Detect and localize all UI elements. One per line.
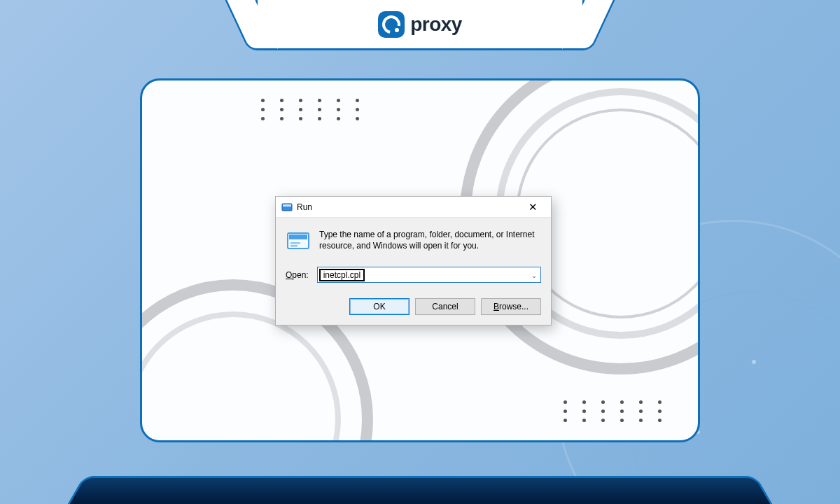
run-program-icon [286,229,311,254]
brand-name: proxy [410,13,462,36]
close-icon: ✕ [528,201,538,214]
dialog-titlebar[interactable]: Run ✕ [276,197,551,218]
brand: proxy [378,11,462,38]
brand-logo-icon [378,11,405,38]
open-combobox[interactable]: inetcpl.cpl ⌄ [317,267,541,283]
screenshot-frame: Run ✕ Type the name of a program, folder… [140,78,700,442]
ok-button[interactable]: OK [349,298,410,315]
dialog-description: Type the name of a program, folder, docu… [319,229,541,254]
chevron-down-icon: ⌄ [531,271,537,279]
bg-node-icon [752,360,756,364]
close-button[interactable]: ✕ [519,197,547,217]
decorative-dots-icon [564,400,662,422]
dialog-body: Type the name of a program, folder, docu… [276,218,551,325]
open-input-value: inetcpl.cpl [319,269,365,281]
svg-rect-5 [290,245,298,247]
dialog-button-row: OK Cancel Browse... [286,298,541,315]
browse-button[interactable]: Browse... [481,298,541,315]
run-dialog: Run ✕ Type the name of a program, folder… [275,196,552,326]
brand-banner: proxy [255,0,584,50]
svg-rect-4 [290,242,300,244]
decorative-dots-icon [261,99,359,120]
svg-rect-1 [283,204,291,206]
footer-banner [98,476,742,504]
cancel-button[interactable]: Cancel [415,298,475,315]
run-titlebar-icon [281,202,293,213]
dialog-title: Run [297,202,519,212]
svg-rect-3 [289,234,307,239]
open-label: Open: [286,270,309,280]
